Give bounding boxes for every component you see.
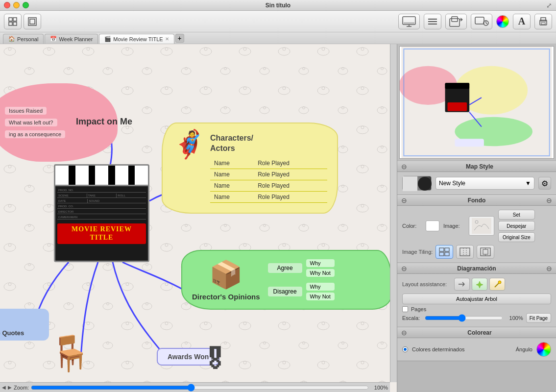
layout-buttons (454, 278, 505, 291)
vertical-scrollbar[interactable] (390, 44, 397, 382)
tab-personal[interactable]: 🏠 Personal (3, 34, 44, 44)
window-title: Sin título (266, 2, 290, 9)
style-select-dropdown[interactable]: New Style ▼ (435, 177, 534, 190)
colorear-row: Colores determinados Ángulo (402, 342, 551, 357)
characters-bubble[interactable]: 🦸 Characters/Actors Name Role Played Nam… (162, 122, 338, 214)
quote-marks-icon: " (0, 313, 43, 328)
maximize-button[interactable] (23, 2, 29, 8)
fondo-section: ⊖ Fondo ⊖ Color: Image: Set Despejar Ori… (397, 195, 556, 263)
awards-won-node[interactable]: Awards Won 🎖 (157, 348, 219, 366)
tab-add-button[interactable]: + (175, 34, 184, 43)
fondo-original-button[interactable]: Original Size (498, 232, 535, 242)
clapperboard-node[interactable]: PROD. NO. SCENE TAKE ROLL DATE SOUND PRO… (54, 164, 149, 262)
expand-view-button[interactable] (24, 14, 41, 29)
chevron-down-icon: ▼ (525, 180, 531, 187)
layout-wand-button[interactable] (489, 278, 505, 291)
resize-control[interactable]: ⤢ (546, 1, 552, 10)
fondo-buttons: Set Despejar Original Size (498, 210, 535, 242)
svg-rect-13 (450, 19, 459, 26)
map-style-header: ⊖ Map Style (397, 161, 556, 172)
tiling-tile-button[interactable] (435, 245, 453, 259)
export-button[interactable] (445, 14, 467, 29)
tab-bar: 🏠 Personal 📅 Week Planner 🎬 Movie Review… (0, 32, 556, 44)
navigator-preview[interactable] (399, 46, 554, 159)
pages-checkbox[interactable] (402, 306, 408, 312)
quotes-label: ole Quotes (0, 329, 43, 337)
color-wheel-icon[interactable] (536, 342, 551, 357)
tab-week-planner[interactable]: 📅 Week Planner (45, 34, 98, 44)
svg-rect-41 (439, 248, 444, 251)
navigator-section (397, 44, 556, 161)
char-role-3: Role Played (254, 180, 327, 191)
char-name-1: Name (210, 158, 254, 169)
why-2-node: Why (306, 283, 335, 291)
pages-row: Pages (402, 306, 551, 312)
media-button[interactable] (471, 14, 492, 29)
zoom-slider[interactable] (31, 384, 369, 392)
minimize-button[interactable] (13, 2, 20, 8)
tiling-stretch-button[interactable] (456, 245, 474, 259)
svg-point-56 (498, 281, 501, 284)
fondo-set-button[interactable]: Set (498, 210, 535, 220)
diagramacion-body: Layout assistance: Autoajustar Arbol (397, 274, 556, 327)
characters-title: Characters/Actors (210, 133, 327, 154)
fondo-clear-button[interactable]: Despejar (498, 221, 535, 231)
close-button[interactable] (4, 2, 10, 8)
colorear-collapse-left[interactable]: ⊖ (401, 329, 407, 337)
print-button[interactable] (534, 14, 552, 29)
colores-radio[interactable] (402, 346, 408, 352)
impact-on-me-node[interactable]: Impact on Me (76, 117, 132, 127)
char-name-3: Name (210, 180, 254, 191)
clap-body: PROD. NO. SCENE TAKE ROLL DATE SOUND PRO… (54, 186, 149, 262)
tab-movie-review[interactable]: 🎬 Movie Review TITLE ✕ (99, 34, 174, 44)
why-1-node: Why (306, 259, 335, 267)
tab-close-icon[interactable]: ✕ (165, 36, 169, 42)
right-panel: ⊖ Map Style New Style ▼ ⚙ (397, 44, 556, 392)
color-picker-button[interactable] (496, 15, 509, 28)
fit-page-button[interactable]: Fit Page (526, 313, 551, 323)
fondo-color-row: Color: Image: Set Despejar Original Size (402, 210, 551, 242)
ribbon-icon: 🎖 (201, 344, 228, 375)
svg-rect-2 (9, 22, 12, 25)
colorear-body: Colores determinados Ángulo (397, 338, 556, 361)
tiling-center-button[interactable] (477, 245, 494, 259)
colorear-title: Colorear (467, 329, 491, 336)
canvas-area[interactable]: Issues Raised What was left out? ing as … (0, 44, 397, 392)
zoom-percent: 100% (371, 385, 388, 391)
autoajustar-button[interactable]: Autoajustar Arbol (402, 294, 551, 304)
horizontal-scrollbar[interactable]: ◀ ▶ Zoom: 100% (0, 382, 390, 392)
layout-arrow-button[interactable] (454, 278, 470, 291)
diagramacion-collapse-right[interactable]: ⊖ (546, 265, 552, 272)
consequence-item: ing as a consequence (5, 130, 65, 138)
tab-week-planner-label: Week Planner (59, 36, 93, 42)
directors-opinions-node[interactable]: 📦 Director's Opinions Agree Why Why Not … (181, 250, 392, 310)
grid-view-button[interactable] (4, 14, 22, 29)
fondo-image-preview[interactable] (469, 216, 494, 236)
escala-slider[interactable] (425, 314, 503, 322)
map-style-body: New Style ▼ ⚙ (397, 172, 556, 195)
fondo-collapse-left[interactable]: ⊖ (401, 196, 407, 204)
svg-rect-30 (448, 102, 467, 111)
layout-assistance-row: Layout assistance: (402, 278, 551, 291)
notable-quotes-node[interactable]: " ole Quotes (0, 309, 49, 341)
scroll-left-button[interactable]: ◀ (2, 385, 6, 390)
svg-rect-29 (445, 83, 470, 89)
fondo-collapse-right[interactable]: ⊖ (546, 196, 552, 204)
soap-box-icon: 📦 (209, 259, 243, 291)
diagramacion-collapse-left[interactable]: ⊖ (401, 265, 407, 272)
scroll-right-button[interactable]: ▶ (8, 385, 12, 390)
diagramacion-header: ⊖ Diagramación ⊖ (397, 263, 556, 274)
svg-rect-39 (472, 218, 491, 234)
colorear-header: ⊖ Colorear (397, 327, 556, 338)
fondo-color-swatch[interactable] (426, 220, 439, 231)
layout-magic-button[interactable] (472, 278, 487, 291)
monitor-button[interactable] (398, 14, 420, 29)
map-style-collapse-button[interactable]: ⊖ (401, 163, 407, 171)
tab-movie-icon: 🎬 (104, 36, 111, 42)
style-gear-button[interactable]: ⚙ (538, 177, 551, 190)
table-row: Name Role Played (210, 158, 327, 169)
style-select-value: New Style (439, 180, 465, 187)
svg-rect-5 (30, 19, 35, 24)
font-button[interactable]: A (513, 14, 531, 29)
lines-button[interactable] (424, 14, 441, 29)
